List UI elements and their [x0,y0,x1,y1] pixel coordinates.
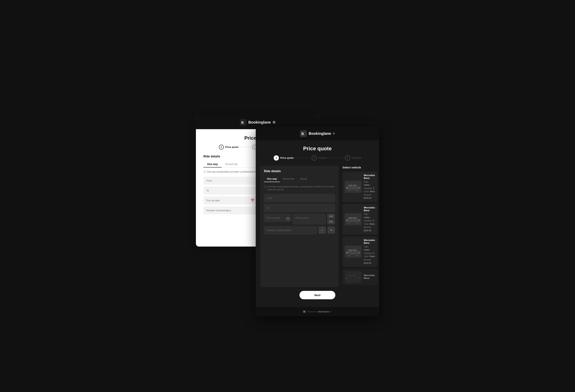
vehicle-name-4: Mercedes Benz [364,274,375,279]
vehicle-card-2[interactable]: Mercedes Benz Type: Sedan Capacity: 3 Co… [342,204,377,235]
ride-details-panel: Ride details One way Round trip Hourly ⓘ… [260,166,339,287]
main-logo-name: Bookinglane [309,131,331,136]
tab-round-trip[interactable]: Round trip [280,176,297,182]
vehicle-info-3: Mercedes Benz Type: Sedan Capacity: 3 Co… [364,239,375,265]
main-content: Ride details One way Round trip Hourly ⓘ… [260,166,375,287]
scene: B Bookinglane® Price quote 1 Price quote… [196,116,379,276]
step-3: 3 Payment [345,155,361,161]
vehicle-info-4: Mercedes Benz [364,274,375,280]
footer-brand: Bookinglane [318,311,329,313]
svg-point-10 [356,188,358,191]
am-button[interactable]: AM [327,214,335,219]
svg-rect-35 [346,278,348,278]
info-note: ⓘ One-way transportation provides a prof… [264,185,335,191]
svg-text:B: B [304,311,305,313]
ride-panel-title: Ride details [264,170,335,173]
svg-rect-36 [359,278,360,278]
passengers-input[interactable]: Number of passengers [264,226,317,234]
svg-point-34 [356,279,358,281]
svg-rect-23 [348,249,352,251]
tab-one-way[interactable]: One way [264,176,280,182]
main-steps: 1 Price quote 2 Preview 3 Payment [260,155,375,161]
step-2-label: Preview [318,156,327,159]
svg-point-33 [348,279,350,281]
vehicle-panel-title: Select vehicle [342,166,377,169]
bg-tab-oneway[interactable]: One way [203,161,222,168]
svg-rect-31 [348,275,352,277]
svg-text:B: B [241,120,243,124]
ride-tabs: One way Round trip Hourly [264,176,335,182]
svg-rect-27 [346,252,348,253]
vehicle-card-1[interactable]: Mercedes Benz Type: Sedan Capacity: 3 Co… [342,172,377,202]
vehicle-panel: Select vehicle [342,166,377,287]
vehicle-card-3[interactable]: Mercedes Benz Type: Sedan Capacity: 3 Co… [342,237,377,267]
vehicle-info-2: Mercedes Benz Type: Sedan Capacity: 3 Co… [364,206,375,232]
svg-rect-11 [346,187,348,188]
svg-point-9 [348,188,350,191]
bg-step-1-circle: 1 [219,145,224,149]
to-input[interactable] [264,204,335,212]
bottom-bar: Next [260,287,375,301]
vehicle-meta-1: Type: Sedan Capacity: 3 Color: Black Amo… [364,180,375,200]
svg-point-25 [348,253,350,256]
bg-calendar-icon: 📅 [251,199,254,202]
svg-rect-16 [353,217,357,219]
svg-rect-7 [348,185,352,187]
increment-button[interactable]: + [328,226,335,234]
vehicle-meta-3: Type: Sedan Capacity: 3 Color: Black Amo… [364,245,375,265]
pickup-time-input[interactable]: Pick up time [293,214,326,224]
svg-point-17 [348,221,350,223]
svg-rect-28 [359,252,360,253]
calendar-icon[interactable] [286,217,289,221]
ampm-group: AM PM [327,214,335,224]
vehicle-image-3 [345,246,361,258]
bg-logo-name: Bookinglane [248,120,271,124]
svg-rect-8 [353,185,357,187]
info-icon: ⓘ [264,185,266,189]
step-1-label: Price quote [280,156,294,159]
step-2: 2 Preview [311,155,327,161]
svg-rect-4 [287,218,289,220]
step-1-circle: 1 [274,155,279,161]
vehicle-name-2: Mercedes Benz [364,206,375,212]
svg-point-26 [356,253,358,256]
bg-date-input[interactable] [203,196,257,204]
next-button[interactable]: Next [299,291,335,299]
main-card: B Bookinglane® Price quote 1 Price quote… [256,127,379,316]
main-logo-tm: ® [333,132,335,135]
passengers-row: Number of passengers − + [264,226,335,234]
pickup-date-wrap [264,214,291,224]
bg-tab-roundtrip[interactable]: Round trip [222,161,241,168]
step-3-label: Payment [352,156,361,159]
info-text: One-way transportation provides a profes… [267,185,335,191]
svg-point-18 [356,221,358,223]
vehicle-image-2 [345,213,361,225]
main-page-title: Price quote [260,146,375,152]
vehicle-meta-2: Type: Sedan Capacity: 3 Color: Black Amo… [364,213,375,232]
step-3-circle: 3 [345,155,350,161]
bg-logo-tm: ® [273,120,276,124]
tab-hourly[interactable]: Hourly [297,176,310,182]
vehicle-image-4 [345,271,361,283]
vehicle-info-1: Mercedes Benz Type: Sedan Capacity: 3 Co… [364,174,375,200]
footer-tm: ® [331,311,332,313]
bg-date-wrap: 📅 [203,196,257,204]
date-time-row: Pick up time AM PM [264,214,335,224]
main-logo: B Bookinglane® [300,130,335,137]
from-input[interactable] [264,194,335,202]
vehicle-name-1: Mercedes Benz [364,174,375,179]
svg-rect-20 [359,220,360,220]
main-header: B Bookinglane® [256,127,379,140]
vehicle-name-3: Mercedes Benz [364,239,375,244]
svg-rect-32 [353,275,357,277]
bg-step-1-label: Price quote [225,146,239,148]
svg-text:B: B [301,132,304,136]
pm-button[interactable]: PM [327,220,335,224]
vehicle-card-4[interactable]: Mercedes Benz [342,269,377,285]
main-body: Price quote 1 Price quote 2 Preview 3 Pa… [256,140,379,307]
decrement-button[interactable]: − [318,226,326,234]
svg-rect-19 [346,220,348,220]
vehicle-image-1 [345,181,361,193]
svg-rect-24 [353,249,357,251]
bg-step-1: 1 Price quote [219,145,239,149]
